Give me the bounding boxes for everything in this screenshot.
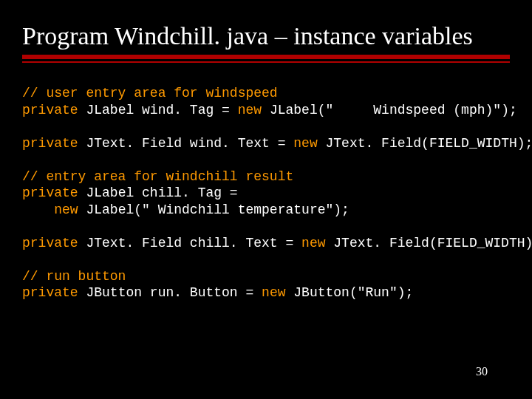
code-text: JText. Field(FIELD_WIDTH);: [325, 236, 532, 250]
code-comment: // user entry area for windspeed: [22, 86, 278, 100]
code-comment: // entry area for windchill result: [22, 169, 293, 184]
code-block: // user entry area for windspeed private…: [22, 85, 510, 301]
code-keyword: new: [54, 202, 78, 217]
code-keyword: new: [301, 236, 325, 250]
code-indent: [22, 202, 54, 217]
code-keyword: private: [22, 285, 78, 300]
slide-title: Program Windchill. java – instance varia…: [22, 22, 510, 50]
page-number: 30: [476, 365, 488, 378]
code-comment: // run button: [22, 269, 126, 284]
code-keyword: new: [293, 136, 317, 151]
code-keyword: private: [22, 136, 78, 151]
slide: Program Windchill. java – instance varia…: [0, 0, 532, 399]
code-keyword: private: [22, 236, 78, 250]
code-keyword: new: [238, 103, 262, 117]
code-text: JText. Field(FIELD_WIDTH);: [318, 136, 532, 151]
code-keyword: private: [22, 185, 78, 200]
code-text: JText. Field wind. Text =: [78, 136, 294, 151]
code-text: JText. Field chill. Text =: [78, 236, 301, 250]
code-text: JLabel wind. Tag =: [78, 103, 238, 117]
code-text: JLabel(" Windspeed (mph)");: [262, 103, 517, 117]
title-underline: [22, 55, 510, 63]
code-text: JLabel chill. Tag =: [78, 185, 238, 200]
code-text: JLabel(" Windchill temperature");: [78, 202, 349, 217]
code-keyword: new: [262, 285, 285, 300]
rule-thin: [22, 61, 510, 63]
code-text: JButton run. Button =: [78, 285, 262, 300]
code-keyword: private: [22, 103, 78, 117]
rule-thick: [22, 55, 510, 59]
code-text: JButton("Run");: [285, 285, 413, 300]
